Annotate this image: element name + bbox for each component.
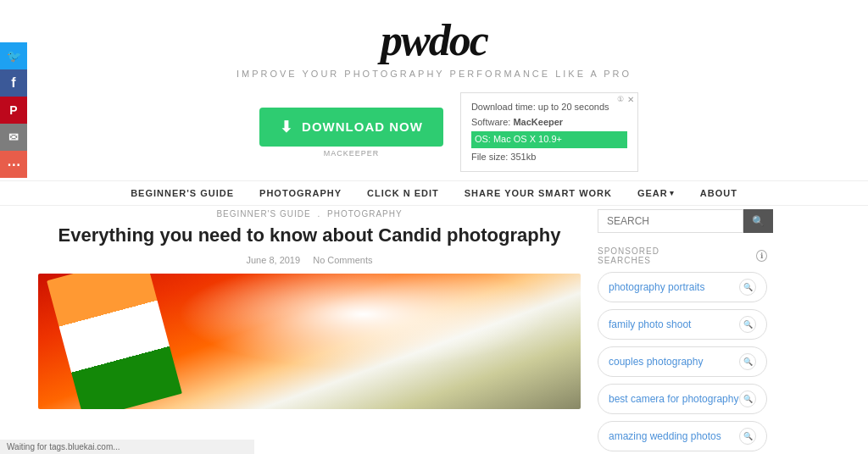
sponsored-text: SPONSORED SEARCHES bbox=[598, 246, 705, 265]
search-pill-photography-portraits[interactable]: photography portraits 🔍 bbox=[598, 272, 767, 302]
nav-share-smart-work[interactable]: SHARE YOUR SMART WORK bbox=[465, 188, 612, 198]
ad-software-label: Software: bbox=[471, 117, 510, 127]
sponsored-label: SPONSORED SEARCHES ℹ bbox=[598, 246, 767, 265]
search-pill-icon: 🔍 bbox=[739, 353, 756, 370]
download-button[interactable]: ⬇ DOWNLOAD NOW bbox=[259, 108, 443, 147]
pinterest-button[interactable]: P bbox=[0, 97, 27, 124]
nav-gear-label: GEAR bbox=[637, 188, 668, 198]
site-header: pwdoc Improve your photography performan… bbox=[0, 0, 868, 84]
ad-file-size: File size: 351kb bbox=[471, 150, 627, 165]
chevron-down-icon: ▾ bbox=[670, 189, 675, 197]
search-pill-label: couples photography bbox=[609, 356, 703, 368]
sidebar: 🔍 SPONSORED SEARCHES ℹ photography portr… bbox=[598, 209, 767, 454]
search-pill-label: amazing wedding photos bbox=[609, 430, 721, 442]
download-label: DOWNLOAD NOW bbox=[302, 119, 423, 134]
twitter-icon: 🐦 bbox=[7, 49, 21, 63]
ad-software-value: MacKeeper bbox=[513, 117, 563, 127]
breadcrumb-separator: . bbox=[317, 209, 320, 219]
search-pill-icon: 🔍 bbox=[739, 390, 756, 407]
search-pill-couples-photography[interactable]: couples photography 🔍 bbox=[598, 346, 767, 377]
ad-software: Software: MacKeeper bbox=[471, 115, 627, 130]
search-pill-best-camera[interactable]: best camera for photography 🔍 bbox=[598, 384, 767, 414]
search-icon: 🔍 bbox=[752, 215, 765, 227]
breadcrumb-cat1[interactable]: BEGINNER'S GUIDE bbox=[216, 209, 310, 219]
article-section: BEGINNER'S GUIDE . PHOTOGRAPHY Everythin… bbox=[38, 209, 581, 454]
ad-sponsored-label: ① bbox=[617, 95, 624, 103]
status-bar: Waiting for tags.bluekai.com... bbox=[0, 440, 254, 454]
twitter-button[interactable]: 🐦 bbox=[0, 42, 27, 69]
nav-about[interactable]: ABOUT bbox=[700, 188, 737, 198]
main-nav: BEGINNER'S GUIDE PHOTOGRAPHY CLICK N EDI… bbox=[0, 180, 868, 206]
nav-gear[interactable]: GEAR ▾ bbox=[637, 188, 675, 198]
sponsored-info-icon[interactable]: ℹ bbox=[756, 250, 767, 262]
nav-photography[interactable]: PHOTOGRAPHY bbox=[259, 188, 342, 198]
site-logo[interactable]: pwdoc bbox=[0, 15, 868, 65]
nav-click-n-edit[interactable]: CLICK N EDIT bbox=[367, 188, 439, 198]
download-icon: ⬇ bbox=[280, 118, 293, 136]
breadcrumb-cat2[interactable]: PHOTOGRAPHY bbox=[327, 209, 403, 219]
search-pill-icon: 🔍 bbox=[739, 279, 756, 296]
ad-area: ⬇ DOWNLOAD NOW MACKEEPER ✕ ① Download ti… bbox=[30, 84, 868, 175]
article-comments[interactable]: No Comments bbox=[313, 255, 372, 265]
main-content: BEGINNER'S GUIDE . PHOTOGRAPHY Everythin… bbox=[30, 209, 868, 454]
search-pill-family-photo-shoot[interactable]: family photo shoot 🔍 bbox=[598, 309, 767, 340]
search-pill-icon: 🔍 bbox=[739, 428, 756, 445]
search-input[interactable] bbox=[598, 209, 743, 233]
search-pill-wedding-photos[interactable]: amazing wedding photos 🔍 bbox=[598, 421, 767, 451]
email-button[interactable]: ✉ bbox=[0, 124, 27, 151]
more-share-button[interactable]: ⋯ bbox=[0, 151, 27, 178]
site-tagline: Improve your photography performance lik… bbox=[0, 69, 868, 79]
more-icon: ⋯ bbox=[7, 157, 20, 173]
search-pill-label: family photo shoot bbox=[609, 318, 691, 330]
pinterest-icon: P bbox=[9, 103, 17, 117]
email-icon: ✉ bbox=[8, 130, 19, 144]
ad-box-info: Download time: up to 20 seconds Software… bbox=[471, 100, 627, 164]
facebook-button[interactable]: f bbox=[0, 69, 27, 97]
social-sidebar: 🐦 f P ✉ ⋯ bbox=[0, 42, 27, 178]
ad-download-time: Download time: up to 20 seconds bbox=[471, 100, 627, 115]
search-box: 🔍 bbox=[598, 209, 767, 233]
article-title: Everything you need to know about Candid… bbox=[38, 224, 581, 248]
ad-os-bar: OS: Mac OS X 10.9+ bbox=[471, 131, 627, 148]
search-pill-icon: 🔍 bbox=[739, 316, 756, 333]
article-image bbox=[38, 274, 581, 409]
article-date: June 8, 2019 bbox=[247, 255, 301, 265]
download-btn-wrapper: ⬇ DOWNLOAD NOW MACKEEPER bbox=[259, 108, 443, 158]
ad-box: ✕ ① Download time: up to 20 seconds Soft… bbox=[460, 92, 638, 172]
status-text: Waiting for tags.bluekai.com... bbox=[7, 442, 120, 451]
article-meta: June 8, 2019 No Comments bbox=[38, 255, 581, 265]
facebook-icon: f bbox=[11, 75, 15, 91]
ad-close-button[interactable]: ✕ bbox=[627, 95, 634, 104]
mackeeper-label: MACKEEPER bbox=[259, 149, 443, 158]
breadcrumb: BEGINNER'S GUIDE . PHOTOGRAPHY bbox=[38, 209, 581, 219]
nav-beginners-guide[interactable]: BEGINNER'S GUIDE bbox=[131, 188, 234, 198]
search-pill-label: best camera for photography bbox=[609, 393, 738, 405]
search-button[interactable]: 🔍 bbox=[743, 209, 773, 233]
search-pill-label: photography portraits bbox=[609, 281, 704, 293]
